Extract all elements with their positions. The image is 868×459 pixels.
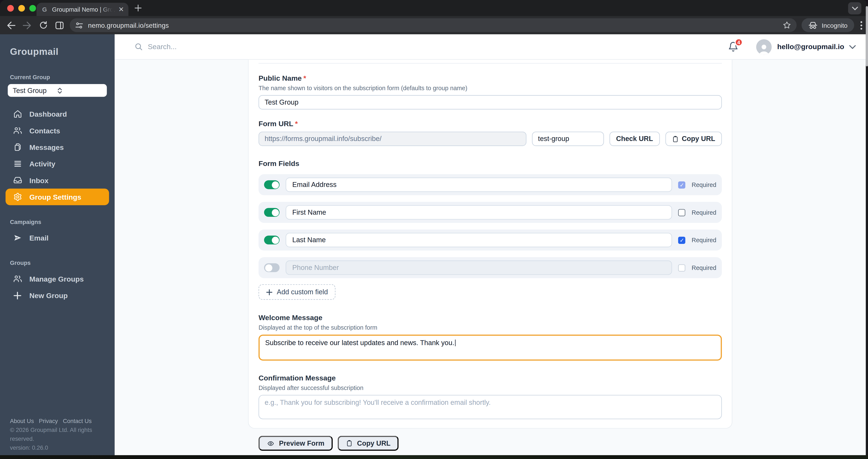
tab-close-icon[interactable]: ✕: [119, 6, 124, 13]
public-name-label-text: Public Name: [258, 74, 302, 83]
copy-url-label: Copy URL: [682, 135, 715, 143]
zoom-window-button[interactable]: [29, 5, 36, 12]
phone-input: [286, 260, 672, 275]
public-name-input[interactable]: [258, 95, 722, 109]
form-url-base-input[interactable]: [258, 132, 526, 146]
form-fields-label: Form Fields: [258, 159, 722, 167]
address-bar[interactable]: nemo.groupmail.io/settings: [70, 18, 797, 32]
check-url-button[interactable]: Check URL: [610, 132, 660, 146]
welcome-message-textarea[interactable]: Subscribe to receive our latest updates …: [258, 334, 722, 361]
incognito-label: Incognito: [822, 22, 847, 28]
sidebar-item-manage-groups[interactable]: Manage Groups: [5, 270, 109, 287]
site-settings-icon[interactable]: [75, 22, 83, 28]
browser-menu-icon[interactable]: [860, 21, 862, 30]
search-icon: [134, 42, 143, 51]
new-tab-button[interactable]: [134, 4, 142, 12]
copy-url-bottom-button[interactable]: Copy URL: [338, 436, 399, 451]
last-name-input[interactable]: [286, 233, 672, 247]
send-icon: [13, 233, 22, 242]
window-right-edge: [866, 0, 868, 459]
email-required-checkbox[interactable]: [678, 181, 686, 189]
page-content: Public Name* The name shown to visitors …: [115, 60, 868, 459]
sidebar-item-new-group[interactable]: New Group: [5, 287, 109, 304]
gear-icon: [13, 192, 22, 202]
confirmation-message-textarea[interactable]: [258, 395, 722, 419]
phone-toggle[interactable]: [264, 263, 280, 272]
confirmation-message-label: Confirmation Message: [258, 374, 722, 382]
welcome-message-text: Subscribe to receive our latest updates …: [265, 339, 454, 347]
add-custom-field-button[interactable]: Add custom field: [258, 284, 336, 300]
last-name-required-checkbox[interactable]: [678, 236, 686, 244]
add-custom-field-label: Add custom field: [277, 288, 328, 296]
home-icon: [13, 109, 22, 119]
sidebar-item-activity[interactable]: Activity: [5, 155, 109, 172]
back-icon[interactable]: [5, 20, 17, 31]
form-url-label: Form URL*: [258, 120, 722, 128]
required-asterisk: *: [304, 74, 306, 83]
copy-url-bottom-label: Copy URL: [357, 439, 391, 447]
sidebar-item-label: Contacts: [29, 126, 60, 135]
clipboard-icon: [672, 135, 678, 142]
field-row-last-name: Required: [258, 230, 722, 251]
forward-icon: [22, 20, 33, 31]
list-lines-icon: [13, 159, 22, 168]
sidebar-item-label: New Group: [29, 291, 68, 299]
text-caret: [455, 339, 456, 346]
sidebar-nav: Dashboard Contacts Messages: [0, 106, 115, 205]
browser-tab-bar: G Groupmail Nemo | Groupmail ✕: [0, 0, 868, 16]
section-divider: [258, 63, 722, 64]
bookmark-star-icon[interactable]: [783, 21, 791, 29]
reload-icon[interactable]: [38, 20, 49, 31]
users-icon: [13, 274, 22, 283]
email-field-toggle[interactable]: [264, 181, 280, 189]
sidebar-item-messages[interactable]: Messages: [5, 139, 109, 155]
form-url-slug-input[interactable]: [532, 132, 604, 146]
sidebar-item-group-settings[interactable]: Group Settings: [5, 189, 109, 205]
notification-badge: 4: [735, 38, 743, 46]
privacy-link[interactable]: Privacy: [39, 417, 58, 425]
sidebar-item-dashboard[interactable]: Dashboard: [5, 106, 109, 122]
last-name-toggle[interactable]: [264, 236, 280, 244]
main-area: Search... 4 hello@groupmail.io: [115, 34, 868, 459]
campaigns-nav: Email: [0, 230, 115, 246]
group-select[interactable]: Test Group: [8, 84, 107, 97]
version-text: version: 0.26.0: [10, 443, 115, 452]
copy-url-button[interactable]: Copy URL: [665, 132, 722, 146]
sidebar-item-contacts[interactable]: Contacts: [5, 122, 109, 139]
notifications-button[interactable]: 4: [728, 41, 739, 52]
email-field-name-input[interactable]: [286, 177, 672, 192]
form-actions: Preview Form Copy URL: [258, 436, 722, 451]
browser-window: G Groupmail Nemo | Groupmail ✕ nemo.g: [0, 0, 868, 459]
sidebar-item-email[interactable]: Email: [5, 230, 109, 246]
contact-us-link[interactable]: Contact Us: [63, 417, 92, 425]
first-name-toggle[interactable]: [264, 208, 280, 217]
search-input[interactable]: Search...: [134, 42, 728, 51]
welcome-message-help: Displayed at the top of the subscription…: [258, 324, 722, 331]
phone-required-checkbox[interactable]: [678, 264, 686, 271]
sidebar-item-label: Messages: [29, 143, 64, 151]
sidebar-item-label: Email: [29, 234, 49, 242]
sidebar-item-inbox[interactable]: Inbox: [5, 172, 109, 189]
required-label: Required: [692, 182, 716, 188]
campaigns-section-label: Campaigns: [0, 219, 115, 225]
preview-form-button[interactable]: Preview Form: [258, 436, 333, 451]
first-name-input[interactable]: [286, 205, 672, 220]
groups-section-label: Groups: [0, 259, 115, 266]
avatar[interactable]: [756, 39, 772, 55]
tab-search-button[interactable]: [848, 2, 862, 14]
first-name-required-checkbox[interactable]: [678, 209, 686, 216]
close-window-button[interactable]: [7, 5, 14, 12]
required-asterisk: *: [295, 120, 298, 128]
side-panel-icon[interactable]: [54, 20, 65, 31]
minimize-window-button[interactable]: [18, 5, 25, 12]
url-text[interactable]: nemo.groupmail.io/settings: [88, 21, 778, 29]
browser-tab[interactable]: G Groupmail Nemo | Groupmail ✕: [36, 3, 128, 16]
account-chevron-down-icon[interactable]: [849, 44, 856, 49]
user-email: hello@groupmail.io: [777, 42, 844, 51]
about-us-link[interactable]: About Us: [10, 417, 34, 425]
sidebar-item-label: Manage Groups: [29, 274, 84, 283]
copyright-text: © 2026 Groupmail Ltd. All rights reserve…: [10, 425, 115, 443]
eye-icon: [267, 440, 275, 447]
form-url-row: Check URL Copy URL: [258, 132, 722, 146]
incognito-badge: Incognito: [802, 18, 854, 32]
